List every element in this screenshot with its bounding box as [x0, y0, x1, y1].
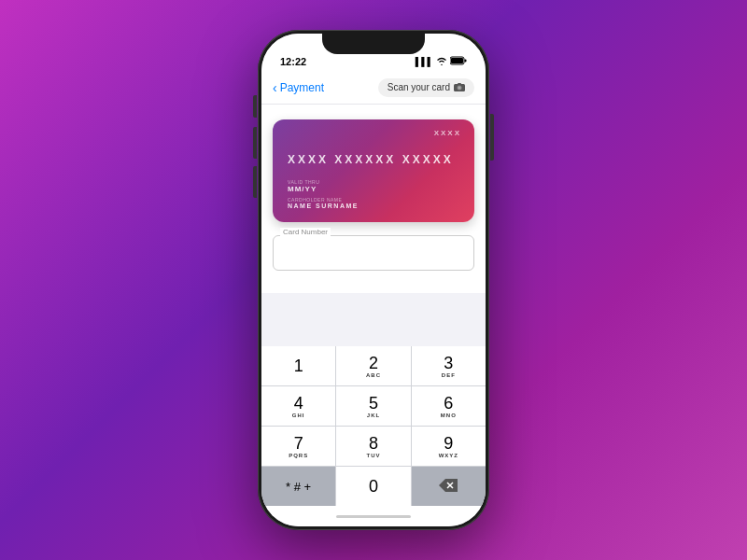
back-button[interactable]: ‹ Payment — [273, 80, 324, 95]
battery-icon — [450, 56, 467, 67]
cardholder-value: NAME SURNAME — [288, 203, 459, 209]
key-0[interactable]: 0 — [336, 467, 410, 506]
silent-button — [253, 95, 257, 118]
key-5[interactable]: 5 JKL — [336, 386, 410, 426]
svg-point-5 — [458, 86, 460, 89]
key-2[interactable]: 2 ABC — [336, 346, 410, 385]
notch — [322, 34, 425, 54]
signal-icon: ▌▌▌ — [416, 57, 433, 66]
numpad: 1 2 ABC 3 DEF 4 GHI 5 JKL — [261, 346, 486, 506]
card-number-display: XXXX XXXXXX XXXXX — [288, 153, 459, 166]
svg-rect-6 — [458, 83, 461, 85]
card-number-label: Card Number — [280, 228, 331, 236]
card-number-input-group: Card Number — [273, 235, 474, 271]
card-last-four: XXXX — [434, 129, 461, 137]
home-indicator — [261, 506, 486, 526]
svg-rect-2 — [465, 60, 467, 63]
wifi-icon — [436, 56, 447, 67]
phone-screen: 12:22 ▌▌▌ — [261, 34, 486, 526]
key-1[interactable]: 1 — [261, 346, 335, 385]
camera-icon — [454, 82, 465, 93]
status-time: 12:22 — [280, 56, 306, 67]
status-icons: ▌▌▌ — [416, 56, 467, 67]
scan-card-button[interactable]: Scan your card — [378, 78, 474, 97]
volume-down-button — [253, 166, 257, 198]
phone-outer: 12:22 ▌▌▌ — [258, 30, 489, 530]
volume-up-button — [253, 127, 257, 159]
key-backspace[interactable] — [412, 467, 486, 506]
credit-card: XXXX XXXX XXXXXX XXXXX VALID THRU MM/YY … — [273, 119, 474, 222]
back-label: Payment — [280, 81, 324, 94]
key-3[interactable]: 3 DEF — [412, 346, 486, 385]
chevron-left-icon: ‹ — [273, 80, 277, 95]
key-symbols[interactable]: * # + — [261, 467, 335, 506]
key-4[interactable]: 4 GHI — [261, 386, 335, 426]
power-button — [490, 114, 494, 161]
key-9[interactable]: 9 WXYZ — [412, 427, 486, 466]
home-bar — [336, 515, 411, 518]
numpad-grid: 1 2 ABC 3 DEF 4 GHI 5 JKL — [261, 346, 486, 506]
gray-spacer — [261, 293, 486, 346]
nav-bar: ‹ Payment Scan your card — [261, 71, 486, 105]
content-area: XXXX XXXX XXXXXX XXXXX VALID THRU MM/YY … — [261, 105, 486, 293]
key-7[interactable]: 7 PQRS — [261, 427, 335, 466]
key-6[interactable]: 6 MNO — [412, 386, 486, 426]
key-8[interactable]: 8 TUV — [336, 427, 410, 466]
valid-value: MM/YY — [288, 185, 319, 193]
svg-rect-1 — [451, 58, 463, 63]
card-number-field[interactable] — [273, 235, 474, 271]
scan-label: Scan your card — [388, 82, 450, 92]
